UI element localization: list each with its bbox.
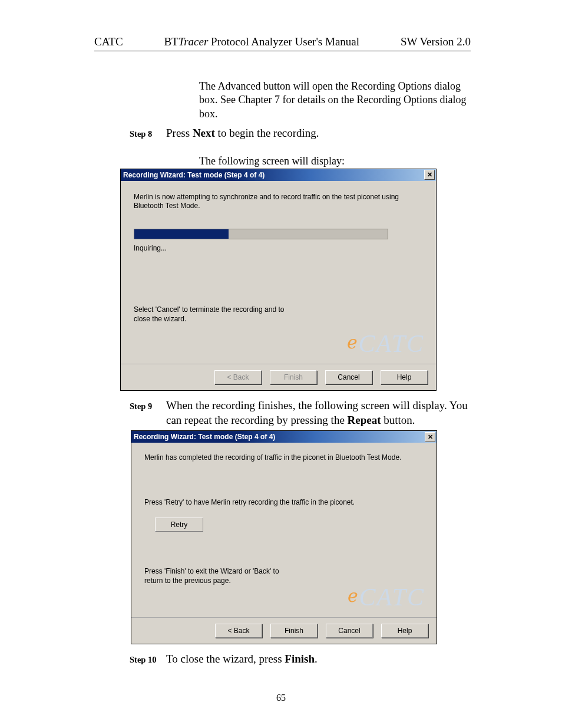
retry-button[interactable]: Retry — [155, 518, 203, 532]
finish-hint: Press 'Finish' to exit the Wizard or 'Ba… — [144, 567, 297, 585]
status-text: Inquiring... — [134, 244, 423, 252]
dialog-title: Recording Wizard: Test mode (Step 4 of 4… — [123, 171, 265, 179]
dialog-titlebar: Recording Wizard: Test mode (Step 4 of 4… — [131, 431, 437, 443]
finish-button[interactable]: Finish — [270, 624, 318, 638]
step-8-row: Step 8 Press Next to begin the recording… — [94, 126, 471, 141]
dialog-body-text: Merlin has completed the recording of tr… — [144, 453, 424, 463]
step-10-row: Step 10 To close the wizard, press Finis… — [94, 651, 471, 667]
back-button[interactable]: < Back — [215, 624, 262, 638]
step-text: When the recording finishes, the followi… — [166, 398, 471, 428]
header-center: BTTracer Protocol Analyzer User's Manual — [164, 35, 359, 48]
dialog-button-row: < Back Finish Cancel Help — [121, 364, 436, 390]
step-label: Step 8 — [130, 129, 166, 139]
catc-logo: ℯCATC — [347, 330, 424, 358]
header-left: CATC — [94, 35, 123, 48]
close-icon[interactable]: ✕ — [424, 170, 435, 180]
help-button[interactable]: Help — [381, 624, 428, 638]
step-label: Step 9 — [130, 401, 166, 411]
cancel-hint: Select 'Cancel' to terminate the recordi… — [134, 305, 287, 324]
back-button[interactable]: < Back — [214, 370, 262, 384]
page-header: CATC BTTracer Protocol Analyzer User's M… — [94, 35, 471, 51]
progress-bar — [134, 229, 388, 239]
help-button[interactable]: Help — [381, 370, 428, 384]
page-number: 65 — [0, 693, 562, 703]
step-label: Step 10 — [130, 655, 166, 665]
finish-button[interactable]: Finish — [270, 370, 317, 384]
recording-wizard-dialog-complete: Recording Wizard: Test mode (Step 4 of 4… — [131, 430, 437, 644]
catc-logo: ℯCATC — [348, 583, 425, 611]
dialog-button-row: < Back Finish Cancel Help — [131, 617, 437, 644]
dialog-body-text: Merlin is now attempting to synchronize … — [134, 193, 423, 211]
cancel-button[interactable]: Cancel — [326, 624, 373, 638]
caption-1: The following screen will display: — [199, 155, 471, 167]
cancel-button[interactable]: Cancel — [325, 370, 372, 384]
progress-fill — [134, 229, 229, 239]
close-icon[interactable]: ✕ — [425, 432, 435, 442]
dialog-titlebar: Recording Wizard: Test mode (Step 4 of 4… — [121, 169, 436, 181]
header-right: SW Version 2.0 — [401, 35, 471, 48]
step-text: To close the wizard, press Finish. — [166, 651, 318, 667]
retry-hint: Press 'Retry' to have Merlin retry recor… — [144, 498, 424, 508]
intro-paragraph: The Advanced button will open the Record… — [199, 80, 471, 121]
dialog-title: Recording Wizard: Test mode (Step 4 of 4… — [134, 433, 275, 441]
step-text: Press Next to begin the recording. — [166, 126, 319, 141]
step-9-row: Step 9 When the recording finishes, the … — [94, 398, 471, 428]
recording-wizard-dialog-progress: Recording Wizard: Test mode (Step 4 of 4… — [120, 169, 437, 391]
